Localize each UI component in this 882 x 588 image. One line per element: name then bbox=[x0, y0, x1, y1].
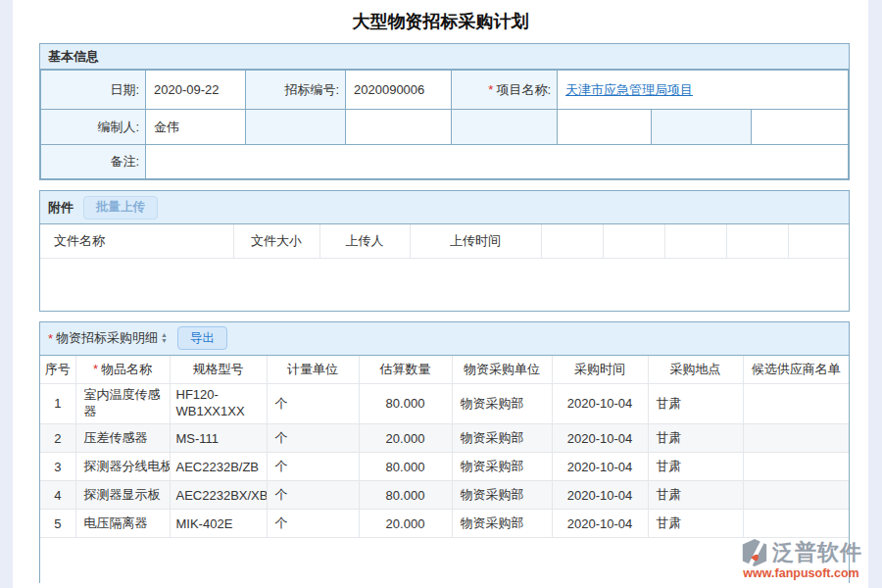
table-cell bbox=[743, 384, 849, 424]
project-name-cell: 天津市应急管理局项目 bbox=[558, 71, 849, 110]
page-title: 大型物资招标采购计划 bbox=[13, 0, 868, 43]
column-header: 估算数量 bbox=[359, 356, 452, 384]
table-cell: 80.000 bbox=[359, 453, 452, 481]
column-header: 计量单位 bbox=[267, 356, 359, 384]
bid-no-value: 2020090006 bbox=[346, 71, 452, 110]
column-header bbox=[603, 224, 664, 258]
required-asterisk: * bbox=[93, 362, 98, 376]
attachments-header-row: 文件名称文件大小上传人上传时间 bbox=[40, 224, 849, 258]
table-row: 5电压隔离器MIK-402E个20.000物资采购部2020-10-04甘肃 bbox=[40, 510, 849, 538]
column-header: 候选供应商名单 bbox=[743, 356, 849, 384]
basic-info-table: 日期: 2020-09-22 招标编号: 2020090006 *项目名称: 天… bbox=[40, 70, 849, 179]
table-cell: 80.000 bbox=[359, 384, 452, 424]
table-cell: HF120-WB1XX1XX bbox=[170, 384, 267, 424]
table-cell: 室内温度传感器 bbox=[75, 384, 170, 424]
table-cell: 4 bbox=[40, 481, 75, 510]
bid-no-label: 招标编号: bbox=[246, 71, 346, 110]
attachments-empty-area bbox=[40, 259, 849, 311]
brand-name: 泛普软件 bbox=[772, 538, 862, 567]
date-value: 2020-09-22 bbox=[146, 71, 246, 110]
basic-info-title: 基本信息 bbox=[48, 48, 99, 66]
table-cell: 物资采购部 bbox=[452, 510, 552, 538]
remark-label: 备注: bbox=[41, 145, 146, 179]
column-header: 规格型号 bbox=[170, 356, 267, 384]
empty-label-cell bbox=[652, 110, 752, 145]
empty-label-cell bbox=[246, 110, 346, 145]
project-name-link[interactable]: 天津市应急管理局项目 bbox=[565, 82, 693, 97]
basic-info-section: 基本信息 日期: 2020-09-22 招标编号: 2020090006 *项目… bbox=[39, 43, 850, 180]
required-asterisk: * bbox=[488, 82, 493, 97]
attachments-section: 附件 批量上传 文件名称文件大小上传人上传时间 bbox=[39, 190, 850, 312]
table-cell: 探测器分线电板 bbox=[75, 453, 170, 481]
table-cell: 2020-10-04 bbox=[552, 481, 648, 510]
column-header: 采购时间 bbox=[552, 356, 648, 384]
table-cell bbox=[743, 510, 849, 538]
table-cell: 2 bbox=[40, 424, 75, 453]
table-cell: 物资采购部 bbox=[452, 424, 552, 453]
table-cell: 物资采购部 bbox=[452, 481, 552, 510]
attachments-title: 附件 bbox=[48, 199, 74, 217]
details-empty-area bbox=[40, 538, 849, 583]
table-cell: 80.000 bbox=[359, 481, 452, 510]
table-cell: 个 bbox=[267, 424, 359, 453]
table-cell: 甘肃 bbox=[648, 510, 743, 538]
table-cell bbox=[743, 453, 849, 481]
table-cell: 压差传感器 bbox=[75, 424, 170, 453]
column-header bbox=[541, 224, 603, 258]
brand-url: www.fanpusoft.com bbox=[743, 566, 858, 580]
table-cell: 2020-10-04 bbox=[552, 510, 648, 538]
details-section: * 物资招标采购明细 ▲ ▼ 导出 序号*物品名称规格型号计量单位估算数量物资采… bbox=[39, 321, 850, 584]
table-cell: 2020-10-04 bbox=[552, 384, 648, 424]
table-cell: 5 bbox=[40, 510, 75, 538]
table-row: 3探测器分线电板AEC2232B/ZB个80.000物资采购部2020-10-0… bbox=[40, 453, 849, 481]
column-header: 上传人 bbox=[319, 224, 410, 258]
batch-upload-button[interactable]: 批量上传 bbox=[83, 196, 158, 220]
table-cell: 个 bbox=[267, 481, 359, 510]
column-header: 序号 bbox=[40, 356, 75, 384]
vendor-watermark: 泛普软件 www.fanpusoft.com bbox=[740, 538, 862, 580]
column-header: 上传时间 bbox=[410, 224, 541, 258]
table-cell: 甘肃 bbox=[648, 384, 743, 424]
table-cell: 2020-10-04 bbox=[552, 424, 648, 453]
table-row: 2压差传感器MS-111个20.000物资采购部2020-10-04甘肃 bbox=[40, 424, 849, 453]
column-header bbox=[664, 224, 726, 258]
attachments-header: 附件 批量上传 bbox=[40, 191, 849, 224]
table-cell bbox=[743, 481, 849, 510]
column-header bbox=[726, 224, 788, 258]
compiler-label: 编制人: bbox=[41, 110, 146, 145]
table-cell: MIK-402E bbox=[170, 510, 267, 538]
column-header: 采购地点 bbox=[648, 356, 743, 384]
table-row: 1室内温度传感器HF120-WB1XX1XX个80.000物资采购部2020-1… bbox=[40, 384, 849, 424]
main-panel: 大型物资招标采购计划 基本信息 日期: 2020-09-22 招标编号: 202… bbox=[13, 0, 868, 588]
empty-value-cell bbox=[752, 110, 849, 145]
fanpu-logo-icon bbox=[740, 538, 769, 567]
sort-down-icon[interactable]: ▼ bbox=[161, 338, 168, 344]
table-cell: 甘肃 bbox=[648, 481, 743, 510]
table-cell: 20.000 bbox=[359, 424, 452, 453]
remark-value bbox=[146, 145, 849, 179]
table-cell: 甘肃 bbox=[648, 424, 743, 453]
column-header: 文件大小 bbox=[233, 224, 319, 258]
required-asterisk: * bbox=[48, 331, 53, 346]
compiler-value: 金伟 bbox=[146, 110, 246, 145]
table-cell bbox=[743, 424, 849, 453]
basic-info-header: 基本信息 bbox=[40, 44, 849, 70]
table-cell: 个 bbox=[267, 384, 359, 424]
table-cell: AEC2232B/ZB bbox=[170, 453, 267, 481]
sort-spinner-icon[interactable]: ▲ ▼ bbox=[161, 332, 168, 344]
table-cell: 1 bbox=[40, 384, 75, 424]
table-cell: 20.000 bbox=[359, 510, 452, 538]
table-cell: 甘肃 bbox=[648, 453, 743, 481]
table-cell: 个 bbox=[267, 510, 359, 538]
empty-value-cell bbox=[346, 110, 452, 145]
table-cell: 物资采购部 bbox=[452, 384, 552, 424]
column-header: *物品名称 bbox=[75, 356, 170, 384]
export-button[interactable]: 导出 bbox=[177, 326, 227, 350]
details-title: 物资招标采购明细 bbox=[56, 329, 158, 347]
empty-value-cell bbox=[558, 110, 652, 145]
attachments-table: 文件名称文件大小上传人上传时间 bbox=[40, 224, 849, 259]
table-cell: 个 bbox=[267, 453, 359, 481]
table-cell: 电压隔离器 bbox=[75, 510, 170, 538]
table-cell: 3 bbox=[40, 453, 75, 481]
table-cell: AEC2232BX/XB bbox=[170, 481, 267, 510]
